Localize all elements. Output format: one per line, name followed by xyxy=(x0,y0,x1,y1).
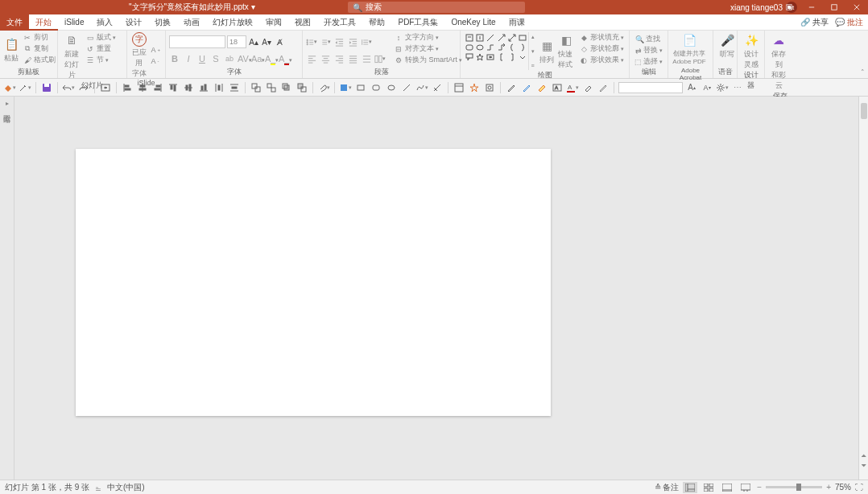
tab-home[interactable]: 开始 xyxy=(29,14,58,31)
tab-developer[interactable]: 开发工具 xyxy=(317,14,362,31)
align-middle-icon[interactable] xyxy=(182,81,195,94)
shape-action-icon[interactable] xyxy=(486,53,495,62)
cut-button[interactable]: ✂剪切 xyxy=(21,32,57,43)
tab-help[interactable]: 帮助 xyxy=(362,14,391,31)
shape-fill-button[interactable]: ◆形状填充▾ xyxy=(577,32,626,43)
shape-rbracket-icon[interactable] xyxy=(507,53,517,62)
shape-fill2-icon[interactable]: ▾ xyxy=(339,81,352,94)
copy-button[interactable]: ⧉复制 xyxy=(21,43,57,54)
indent-decrease-button[interactable] xyxy=(333,36,345,47)
new-slide-button[interactable]: 🗎 新建 幻灯片 xyxy=(61,32,82,80)
tab-transitions[interactable]: 切换 xyxy=(148,14,177,31)
send-back-icon[interactable] xyxy=(296,81,308,94)
next-slide-icon[interactable]: ⏷ xyxy=(859,460,868,470)
underline-button[interactable]: U xyxy=(196,54,208,64)
shape-callout-icon[interactable] xyxy=(465,53,474,62)
applied-font-button[interactable]: 字 已应用 字体 xyxy=(130,32,147,79)
font-decrease-button[interactable]: A- xyxy=(149,56,162,67)
shape-textbox-icon[interactable] xyxy=(465,33,474,42)
section-button[interactable]: ☰节▾ xyxy=(84,55,118,65)
tab-pdf[interactable]: PDF工具集 xyxy=(391,14,444,31)
pen2-icon[interactable] xyxy=(520,81,533,94)
save-icon[interactable] xyxy=(40,81,53,94)
text-box-icon[interactable]: A xyxy=(551,81,564,94)
fit-window-icon[interactable]: ⛶ xyxy=(855,483,863,492)
reset-button[interactable]: ↺重置 xyxy=(84,43,118,54)
slide-counter[interactable]: 幻灯片 第 1 张，共 9 张 xyxy=(5,482,89,493)
pen-icon[interactable] xyxy=(505,81,518,94)
format-pane-icon[interactable] xyxy=(483,81,496,94)
align-left-button[interactable] xyxy=(306,53,317,64)
normal-view-icon[interactable] xyxy=(683,482,697,493)
shapes-gallery[interactable] xyxy=(464,32,528,63)
tab-islide[interactable]: iSlide xyxy=(58,14,90,31)
paint-bucket-icon[interactable]: ▾ xyxy=(3,81,16,94)
group-icon[interactable] xyxy=(250,81,262,94)
shape-lbrace-icon[interactable] xyxy=(507,43,517,51)
format-painter-button[interactable]: 🖌格式刷 xyxy=(21,55,57,65)
zoom-out-icon[interactable]: − xyxy=(757,483,762,492)
strike-button[interactable]: S xyxy=(210,54,221,64)
font-size-select[interactable]: 18 xyxy=(227,35,246,48)
color-swatch[interactable] xyxy=(618,82,683,93)
save-cloud-button[interactable]: ☁ 保存到 和彩云 xyxy=(768,32,789,91)
shape-oval-icon[interactable] xyxy=(475,43,485,51)
shape-effects-button[interactable]: ◐形状效果▾ xyxy=(577,55,626,65)
vertical-scrollbar[interactable]: ⏶ ⏷ xyxy=(858,97,868,480)
indent-increase-button[interactable] xyxy=(347,36,358,47)
selection-pane-icon[interactable] xyxy=(453,81,465,94)
columns-button[interactable]: ▾ xyxy=(374,53,386,64)
tab-slideshow[interactable]: 幻灯片放映 xyxy=(206,14,259,31)
thumbnail-panel-collapsed[interactable]: ▸ 缩览图 xyxy=(0,97,14,480)
align-center-button[interactable] xyxy=(320,53,331,64)
shape-freeform-icon[interactable]: ▾ xyxy=(415,81,428,94)
shape-double-arrow-icon[interactable] xyxy=(507,33,517,42)
tab-yuke[interactable]: 雨课 xyxy=(502,14,531,31)
sorter-view-icon[interactable] xyxy=(701,482,716,493)
zoom-level[interactable]: 75% xyxy=(835,483,851,492)
italic-button[interactable]: I xyxy=(183,54,194,64)
shape-star-icon[interactable] xyxy=(475,53,485,62)
shape-outline-button[interactable]: ◇形状轮廓▾ xyxy=(577,43,626,54)
pen3-icon[interactable] xyxy=(597,81,610,94)
quick-styles-button[interactable]: ◧ 快速样式 xyxy=(558,32,577,70)
arrange-button[interactable]: ▦ 排列 xyxy=(538,32,556,70)
distribute-button[interactable] xyxy=(361,53,372,64)
align-right-button[interactable] xyxy=(333,53,345,64)
shape-line-icon[interactable] xyxy=(486,33,495,42)
highlighter-icon[interactable] xyxy=(535,81,548,94)
tab-file[interactable]: 文件 xyxy=(0,14,29,31)
numbering-button[interactable]: ▾ xyxy=(320,36,331,47)
decrease-font-button[interactable]: A▾ xyxy=(261,38,272,47)
line-spacing-button[interactable]: ▾ xyxy=(361,36,372,47)
bullets-button[interactable]: ▾ xyxy=(306,36,317,47)
ribbon-mode-icon[interactable] xyxy=(778,0,800,14)
increase-font-button[interactable]: A▴ xyxy=(248,38,259,47)
tab-onekey[interactable]: OneKey Lite xyxy=(444,14,502,31)
acrobat-button[interactable]: 📄 创建并共享 Adobe PDF xyxy=(672,32,707,65)
slideshow-view-icon[interactable] xyxy=(738,482,753,493)
align-justify-button[interactable] xyxy=(347,53,358,64)
slide[interactable] xyxy=(76,149,551,416)
case-button[interactable]: Aa▾ xyxy=(251,54,262,64)
shape-rbrace-icon[interactable] xyxy=(518,43,527,51)
designer-button[interactable]: ✨ 设计 灵感 xyxy=(741,32,762,70)
shape-connector-icon[interactable] xyxy=(486,43,495,51)
expand-arrow-icon[interactable]: ▸ xyxy=(6,100,9,107)
eyedropper-icon[interactable]: ▾ xyxy=(19,81,31,94)
font-color2-icon[interactable]: A▾ xyxy=(566,81,579,94)
font-increase-button[interactable]: A+ xyxy=(149,45,162,56)
font-family-select[interactable] xyxy=(169,35,225,48)
zoom-in-icon[interactable]: + xyxy=(826,483,831,492)
highlight-button[interactable]: A_▾ xyxy=(265,54,276,64)
comments-button[interactable]: 💬 批注 xyxy=(835,17,863,28)
shape-line2-icon[interactable] xyxy=(400,81,413,94)
bold-button[interactable]: B xyxy=(169,54,180,64)
distribute-v-icon[interactable] xyxy=(228,81,241,94)
shape-elbow-arrow-icon[interactable] xyxy=(497,43,506,51)
shadow-button[interactable]: ab xyxy=(224,55,235,63)
font-color-button[interactable]: A_▾ xyxy=(279,54,290,64)
attach-icon[interactable]: ▾ xyxy=(317,81,330,94)
layout-button[interactable]: ▭版式▾ xyxy=(84,32,118,43)
spacing-button[interactable]: AV▾ xyxy=(238,54,249,64)
